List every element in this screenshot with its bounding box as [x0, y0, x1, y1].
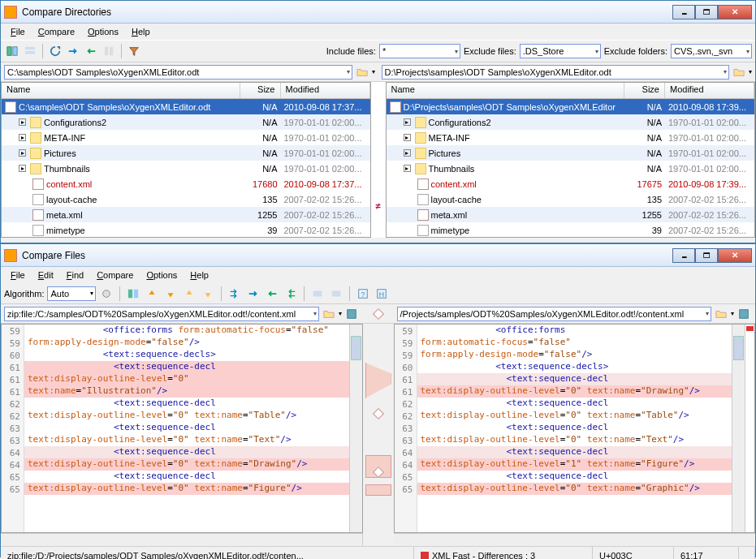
right-save-button[interactable]	[736, 306, 752, 322]
tree-row[interactable]: ▸ThumbnailsN/A1970-01-01 02:00...	[387, 161, 755, 176]
right-path-input[interactable]: D:\Projects\samples\ODT Samples\oXygenXM…	[382, 65, 730, 80]
tree-row[interactable]: meta.xml12552007-02-02 15:26...	[2, 207, 370, 222]
menu-file[interactable]: File	[6, 25, 30, 38]
copy-right-button[interactable]	[65, 43, 81, 59]
expand-icon[interactable]: ▸	[19, 118, 26, 126]
tree-row[interactable]: meta.xml12552007-02-02 15:26...	[387, 207, 755, 222]
settings-button[interactable]	[98, 286, 114, 302]
refresh-button[interactable]	[47, 43, 63, 59]
expand-icon[interactable]: ▸	[404, 165, 411, 172]
maximize-button[interactable]	[695, 5, 718, 19]
compare-button[interactable]	[4, 43, 20, 59]
menu-help[interactable]: Help	[127, 25, 155, 38]
copy-left-button[interactable]	[264, 286, 280, 302]
left-file-input[interactable]: zip:file:/C:/samples/ODT%20Samples/oXyge…	[4, 307, 319, 321]
right-editor[interactable]: 5959596061616262636364646565 <office:for…	[394, 324, 756, 533]
tree-row[interactable]: ▸META-INFN/A1970-01-01 02:00...	[2, 130, 370, 145]
svg-rect-7	[127, 289, 132, 298]
expand-icon[interactable]: ▸	[19, 149, 26, 157]
expand-icon[interactable]: ▸	[19, 165, 26, 172]
view-button[interactable]	[22, 43, 38, 59]
tree-row[interactable]: C:\samples\ODT Samples\oXygenXMLEditor.o…	[2, 99, 370, 114]
tree-row[interactable]: mimetype392007-02-02 15:26...	[387, 222, 755, 237]
right-browse-button[interactable]	[731, 64, 747, 80]
tree-row[interactable]: layout-cache1352007-02-02 15:26...	[2, 191, 370, 207]
format-button[interactable]	[328, 286, 344, 302]
menu-compare[interactable]: Compare	[33, 25, 80, 38]
left-scrollbar[interactable]	[349, 325, 362, 532]
tree-row[interactable]: ▸PicturesN/A1970-01-01 02:00...	[387, 145, 755, 161]
excludef-combo[interactable]: CVS,.svn,_svn	[671, 44, 752, 58]
col-size[interactable]: Size	[240, 83, 281, 98]
right-file-input[interactable]: /Projects/samples/ODT%20Samples/oXygenXM…	[397, 307, 712, 321]
right-scrollbar[interactable]	[732, 325, 745, 532]
col-modified[interactable]: Modified	[281, 83, 370, 98]
ignore-ws-button[interactable]	[309, 286, 326, 302]
right-h-scroll[interactable]	[394, 533, 755, 546]
left-browse-button[interactable]	[354, 64, 370, 80]
maximize-button[interactable]	[695, 248, 718, 263]
left-code[interactable]: <office:forms form:automatic-focus="fals…	[24, 325, 349, 532]
next-diff-button[interactable]	[162, 286, 179, 302]
filter-button[interactable]	[126, 43, 142, 59]
left-path-input[interactable]: C:\samples\ODT Samples\oXygenXMLEditor.o…	[4, 65, 352, 80]
help-button[interactable]: ?	[355, 286, 371, 302]
folder-icon	[415, 163, 426, 174]
col-name[interactable]: Name	[387, 83, 625, 98]
col-name[interactable]: Name	[2, 83, 240, 98]
left-browse-button[interactable]	[321, 306, 337, 322]
menu-help[interactable]: Help	[185, 269, 214, 282]
left-h-scroll[interactable]	[1, 533, 363, 546]
algo-combo[interactable]: Auto	[47, 286, 96, 301]
right-code[interactable]: <office:formsform:automatic-focus="false…	[417, 325, 732, 532]
copy-all-left-button[interactable]	[283, 286, 299, 302]
tree-row[interactable]: ▸Configurations2N/A1970-01-01 02:00...	[387, 114, 755, 130]
tree-row[interactable]: ▸ThumbnailsN/A1970-01-01 02:00...	[2, 161, 370, 176]
close-button[interactable]	[718, 248, 752, 263]
right-browse-button[interactable]	[713, 306, 729, 322]
right-tree[interactable]: Name Size Modified D:\Projects\samples\O…	[386, 82, 756, 238]
col-size[interactable]: Size	[624, 83, 665, 98]
tree-row[interactable]: mimetype392007-02-02 15:26...	[2, 222, 370, 237]
titlebar[interactable]: Compare Files	[1, 244, 755, 267]
menu-edit[interactable]: Edit	[33, 269, 58, 282]
next-change-button[interactable]	[200, 286, 216, 302]
col-modified[interactable]: Modified	[665, 83, 754, 98]
tree-row[interactable]: ▸Configurations2N/A1970-01-01 02:00...	[2, 114, 370, 130]
prev-change-button[interactable]	[181, 286, 197, 302]
prev-diff-button[interactable]	[144, 286, 160, 302]
window-title: Compare Directories	[22, 6, 672, 18]
copy-all-right-button[interactable]	[227, 286, 243, 302]
tree-row[interactable]: layout-cache1352007-02-02 15:26...	[387, 191, 755, 207]
include-combo[interactable]: *	[379, 44, 460, 58]
menu-compare[interactable]: Compare	[92, 269, 138, 282]
tree-row[interactable]: ▸PicturesN/A1970-01-01 02:00...	[2, 145, 370, 161]
toggle-h-button[interactable]: H	[374, 286, 390, 302]
tree-row[interactable]: content.xml176752010-09-08 17:39...	[387, 176, 755, 191]
titlebar[interactable]: Compare Directories	[1, 1, 755, 24]
expand-icon[interactable]: ▸	[404, 149, 411, 157]
exclude-combo[interactable]: .DS_Store	[520, 44, 601, 58]
compare-button[interactable]	[125, 286, 141, 302]
menu-file[interactable]: File	[6, 269, 30, 282]
tree-row[interactable]: ▸META-INFN/A1970-01-01 02:00...	[387, 130, 755, 145]
sync-button[interactable]	[101, 43, 117, 59]
menu-options[interactable]: Options	[83, 25, 123, 38]
left-tree[interactable]: Name Size Modified C:\samples\ODT Sample…	[1, 82, 371, 238]
tree-row[interactable]: D:\Projects\samples\ODT Samples\oXygenXM…	[387, 99, 755, 114]
expand-icon[interactable]: ▸	[19, 134, 26, 141]
minimize-button[interactable]	[672, 248, 695, 263]
left-save-button[interactable]	[343, 306, 360, 322]
left-editor[interactable]: 5959606161616262636364646565 <office:for…	[1, 324, 363, 533]
menu-find[interactable]: Find	[62, 269, 89, 282]
expand-icon[interactable]: ▸	[404, 118, 411, 126]
close-button[interactable]	[718, 5, 752, 19]
tree-row[interactable]: content.xml176802010-09-08 17:37...	[2, 176, 370, 191]
copy-right-button[interactable]	[245, 286, 261, 302]
overview-ruler[interactable]	[745, 325, 754, 532]
xml-icon	[5, 101, 16, 113]
expand-icon[interactable]: ▸	[404, 134, 411, 141]
copy-left-button[interactable]	[83, 43, 99, 59]
menu-options[interactable]: Options	[141, 269, 182, 282]
minimize-button[interactable]	[672, 5, 695, 19]
